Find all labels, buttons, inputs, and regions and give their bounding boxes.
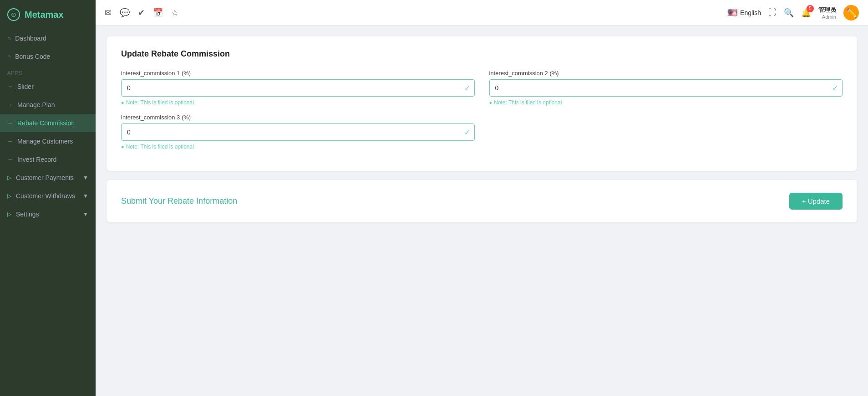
sidebar-item-customer-payments[interactable]: ▷ Customer Payments ▼: [0, 169, 96, 187]
commission-3-note: ● Note: This is filed is optional: [121, 144, 475, 150]
sidebar-item-slider[interactable]: → Slider: [0, 77, 96, 96]
sidebar-item-label: Slider: [17, 83, 34, 90]
topbar: ✉ 💬 ✔ 📅 ☆ 🇺🇸 English ⛶ 🔍 🔔 5 管理员 Admin ✏…: [96, 0, 868, 26]
star-icon[interactable]: ☆: [171, 8, 178, 18]
settings-expand-icon: ▼: [83, 211, 88, 217]
commission-row-1: interest_commission 1 (%) ✓ ● Note: This…: [121, 70, 843, 106]
commission-1-note: ● Note: This is filed is optional: [121, 99, 475, 106]
user-avatar[interactable]: ✏️: [843, 5, 859, 21]
sidebar-item-invest-record[interactable]: → Invest Record: [0, 150, 96, 169]
commission-3-input[interactable]: [121, 123, 475, 141]
sidebar-item-customer-withdraws[interactable]: ▷ Customer Withdraws ▼: [0, 187, 96, 205]
commission-2-label: interest_commission 2 (%): [489, 70, 843, 77]
sidebar-item-label: Manage Customers: [17, 138, 73, 145]
update-rebate-card: Update Rebate Commission interest_commis…: [107, 36, 857, 171]
commission-3-input-wrapper: ✓: [121, 123, 475, 141]
mail-icon[interactable]: ✉: [105, 8, 112, 18]
check-circle-icon[interactable]: ✔: [138, 8, 145, 18]
notification-badge: 5: [807, 5, 814, 12]
fullscreen-icon[interactable]: ⛶: [768, 8, 777, 17]
note-circle-icon: ●: [121, 100, 124, 105]
customer-withdraws-icon: ▷: [7, 193, 11, 199]
bonuscode-icon: ⌂: [7, 53, 10, 60]
commission-2-input[interactable]: [489, 79, 843, 97]
submit-title-prefix: Submit Your: [121, 196, 168, 206]
search-icon[interactable]: 🔍: [784, 8, 794, 18]
sidebar-item-label: Settings: [16, 211, 39, 218]
logo-icon: ⊙: [7, 8, 20, 21]
user-role: Admin: [822, 14, 836, 20]
commission-field-1: interest_commission 1 (%) ✓ ● Note: This…: [121, 70, 475, 106]
commission-field-3: interest_commission 3 (%) ✓ ● Note: This…: [121, 114, 475, 150]
user-name: 管理员: [818, 6, 836, 14]
sidebar-item-label: Rebate Commission: [17, 119, 75, 127]
manage-customers-icon: →: [7, 138, 13, 144]
sidebar-item-settings[interactable]: ▷ Settings ▼: [0, 205, 96, 223]
invest-record-icon: →: [7, 156, 13, 163]
submit-row: Submit Your Rebate Information + Update: [121, 193, 843, 210]
sidebar-item-label: Customer Payments: [16, 174, 74, 181]
expand-icon: ▼: [83, 175, 88, 181]
expand-icon: ▼: [83, 193, 88, 199]
chat-icon[interactable]: 💬: [120, 8, 130, 18]
commission-1-input[interactable]: [121, 79, 475, 97]
update-rebate-title: Update Rebate Commission: [121, 49, 843, 59]
commission-2-check-icon: ✓: [832, 84, 838, 93]
note-circle-icon-2: ●: [489, 100, 492, 105]
rebate-icon: →: [7, 120, 13, 126]
settings-icon: ▷: [7, 211, 11, 217]
apps-section-label: APPS: [0, 66, 96, 77]
sidebar-item-manage-plan[interactable]: → Manage Plan: [0, 96, 96, 114]
commission-3-check-icon: ✓: [464, 128, 470, 137]
language-selector[interactable]: 🇺🇸 English: [727, 8, 761, 18]
sidebar-item-manage-customers[interactable]: → Manage Customers: [0, 132, 96, 150]
commission-1-input-wrapper: ✓: [121, 79, 475, 97]
submit-rebate-card: Submit Your Rebate Information + Update: [107, 180, 857, 222]
slider-icon: →: [7, 83, 13, 90]
sidebar-item-label: Bonus Code: [15, 53, 50, 60]
language-label: English: [740, 9, 761, 16]
app-name: Metamax: [25, 10, 64, 20]
submit-title-highlight: Rebate Information: [168, 196, 237, 206]
topbar-nav-icons: ✉ 💬 ✔ 📅 ☆: [105, 8, 719, 18]
commission-2-input-wrapper: ✓: [489, 79, 843, 97]
sidebar-item-bonus-code[interactable]: ⌂ Bonus Code: [0, 47, 96, 66]
sidebar: ⊙ Metamax ⌂ Dashboard ⌂ Bonus Code APPS …: [0, 0, 96, 396]
sidebar-logo: ⊙ Metamax: [0, 0, 96, 29]
commission-field-2: interest_commission 2 (%) ✓ ● Note: This…: [489, 70, 843, 106]
user-info: 管理员 Admin: [818, 6, 836, 20]
calendar-icon[interactable]: 📅: [153, 8, 163, 18]
commission-row-2: interest_commission 3 (%) ✓ ● Note: This…: [121, 114, 843, 150]
notification-button[interactable]: 🔔 5: [801, 8, 811, 18]
sidebar-item-label: Manage Plan: [17, 101, 55, 108]
sidebar-item-label: Dashboard: [15, 35, 46, 42]
sidebar-item-rebate-commission[interactable]: → Rebate Commission: [0, 114, 96, 132]
main-content: Update Rebate Commission interest_commis…: [96, 26, 868, 396]
note-circle-icon-3: ●: [121, 144, 124, 149]
topbar-right: 🇺🇸 English ⛶ 🔍 🔔 5 管理员 Admin ✏️: [727, 5, 859, 21]
commission-3-label: interest_commission 3 (%): [121, 114, 475, 121]
customer-payments-icon: ▷: [7, 175, 11, 181]
flag-icon: 🇺🇸: [727, 8, 737, 18]
update-button[interactable]: + Update: [789, 193, 843, 210]
manage-plan-icon: →: [7, 102, 13, 108]
sidebar-item-dashboard[interactable]: ⌂ Dashboard: [0, 29, 96, 47]
commission-1-check-icon: ✓: [464, 84, 470, 93]
sidebar-item-label: Customer Withdraws: [16, 192, 75, 200]
submit-title: Submit Your Rebate Information: [121, 196, 237, 206]
commission-1-label: interest_commission 1 (%): [121, 70, 475, 77]
sidebar-item-label: Invest Record: [17, 156, 56, 163]
dashboard-icon: ⌂: [7, 35, 10, 41]
commission-2-note: ● Note: This is filed is optional: [489, 99, 843, 106]
